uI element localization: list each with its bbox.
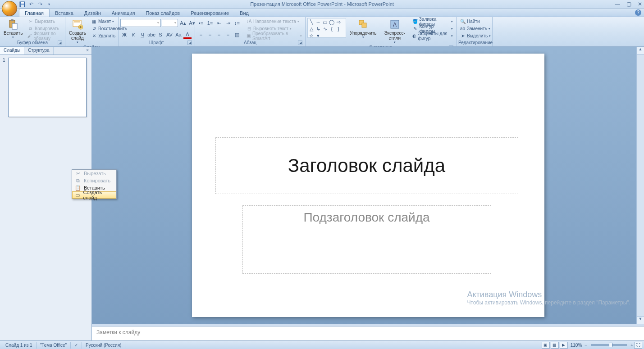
numbering-button[interactable]: 1≡ xyxy=(206,19,214,27)
cut-button[interactable]: ✂Вырезать xyxy=(26,18,63,25)
align-center-button[interactable]: ≡ xyxy=(206,31,214,39)
text-direction-icon: ↕A xyxy=(246,18,252,24)
arrange-button[interactable]: Упорядочить▾ xyxy=(348,18,379,40)
line-spacing-button[interactable]: ↕≡ xyxy=(233,19,241,27)
subtitle-placeholder[interactable]: Подзаголовок слайда xyxy=(242,205,491,274)
shape-brace2-icon[interactable]: } xyxy=(336,26,341,32)
close-button[interactable]: ✕ xyxy=(638,1,642,7)
shape-brace-icon[interactable]: { xyxy=(329,26,334,32)
font-family-select[interactable]: ▾ xyxy=(120,19,161,27)
tab-insert[interactable]: Вставка xyxy=(50,9,79,17)
grow-font-button[interactable]: A▴ xyxy=(179,19,187,27)
tab-review[interactable]: Рецензирование xyxy=(185,9,234,17)
font-color-button[interactable]: A xyxy=(183,31,192,39)
select-icon: ➤ xyxy=(460,33,466,39)
minimize-button[interactable]: — xyxy=(615,1,620,7)
strike-button[interactable]: abc xyxy=(147,31,155,39)
slide-canvas[interactable]: Заголовок слайда Подзаголовок слайда xyxy=(192,54,544,317)
columns-button[interactable]: ▥ xyxy=(233,31,241,39)
ctx-copy[interactable]: ⧉Копировать xyxy=(72,177,116,184)
new-slide-button[interactable]: Создать слайд ▾ xyxy=(67,18,88,45)
shape-arrow-icon[interactable]: → xyxy=(315,19,321,25)
slide-thumbnail-1[interactable]: 1 xyxy=(3,58,89,117)
shape-more-icon[interactable]: ▾ xyxy=(315,33,321,38)
quick-styles-button[interactable]: A Экспресс-стили▾ xyxy=(380,18,409,45)
help-button[interactable]: ? xyxy=(635,9,641,16)
shape-arrowblock-icon[interactable]: ⇨ xyxy=(336,19,341,25)
vertical-scrollbar[interactable]: ▲ ▼ xyxy=(636,47,644,324)
office-button[interactable] xyxy=(2,1,17,16)
view-normal-button[interactable]: ▣ xyxy=(542,342,550,349)
para-launcher[interactable]: ◢ xyxy=(298,41,302,45)
title-placeholder[interactable]: Заголовок слайда xyxy=(215,137,518,194)
zoom-slider[interactable] xyxy=(591,344,627,346)
context-menu: ✂Вырезать ⧉Копировать 📋Вставить ▭Создать… xyxy=(72,169,117,199)
tab-view[interactable]: Вид xyxy=(234,9,254,17)
thumbnail-preview[interactable] xyxy=(8,58,87,117)
panel-tab-outline[interactable]: Структура xyxy=(24,47,53,54)
scroll-up-button[interactable]: ▲ xyxy=(637,47,644,54)
panel-tab-slides[interactable]: Слайды xyxy=(0,47,24,54)
shadow-button[interactable]: S xyxy=(156,31,164,39)
text-direction-button[interactable]: ↕AНаправление текста ▾ xyxy=(245,18,303,25)
find-icon: 🔍 xyxy=(460,18,466,24)
maximize-button[interactable]: ▢ xyxy=(626,1,631,7)
view-slideshow-button[interactable]: ▶ xyxy=(560,342,568,349)
tab-slideshow[interactable]: Показ слайдов xyxy=(140,9,185,17)
shape-line-icon[interactable]: ╲ xyxy=(309,19,314,25)
format-painter-button[interactable]: 🖌Формат по образцу xyxy=(26,32,63,39)
shape-ellipse-icon[interactable]: ◯ xyxy=(329,19,334,25)
redo-icon[interactable]: ↷ xyxy=(37,1,43,7)
bullets-button[interactable]: •≡ xyxy=(197,19,205,27)
status-spellcheck[interactable]: ✓ xyxy=(71,342,82,349)
font-launcher[interactable]: ◢ xyxy=(187,41,192,45)
bold-button[interactable]: Ж xyxy=(120,31,128,39)
underline-button[interactable]: Ч xyxy=(138,31,146,39)
zoom-out-button[interactable]: − xyxy=(585,343,587,348)
undo-icon[interactable]: ↶ xyxy=(28,1,34,7)
clipboard-launcher[interactable]: ◢ xyxy=(58,41,62,45)
justify-button[interactable]: ≡ xyxy=(224,31,232,39)
align-left-button[interactable]: ≡ xyxy=(197,31,205,39)
ctx-new-slide[interactable]: ▭Создать слайд xyxy=(72,191,116,199)
align-right-button[interactable]: ≡ xyxy=(215,31,223,39)
panel-close-button[interactable]: × xyxy=(83,47,91,54)
char-spacing-button[interactable]: AV xyxy=(165,31,174,39)
ribbon-tabs: Главная Вставка Дизайн Анимация Показ сл… xyxy=(0,9,644,17)
quick-access-toolbar: ↶ ↷ ▼ xyxy=(19,0,52,8)
shape-effects-button[interactable]: ◐Эффекты для фигур ▾ xyxy=(411,32,454,39)
tab-design[interactable]: Дизайн xyxy=(79,9,106,17)
zoom-level[interactable]: 110% xyxy=(569,343,584,348)
fit-window-button[interactable]: ⛶ xyxy=(634,342,642,349)
shape-rect-icon[interactable]: ▭ xyxy=(322,19,328,25)
scroll-down-button[interactable]: ▼ xyxy=(637,316,644,324)
font-size-select[interactable]: ▾ xyxy=(162,19,178,27)
ctx-cut[interactable]: ✂Вырезать xyxy=(72,170,116,177)
convert-smartart-button[interactable]: ▣Преобразовать в SmartArt ▾ xyxy=(245,32,303,39)
slide-editor[interactable]: Заголовок слайда Подзаголовок слайда Акт… xyxy=(92,47,644,324)
replace-button[interactable]: abЗаменить ▾ xyxy=(458,25,492,32)
inc-indent-button[interactable]: ⇥ xyxy=(224,19,232,27)
layout-icon: ▦ xyxy=(91,18,97,24)
notes-pane[interactable]: Заметки к слайду xyxy=(92,326,644,340)
tab-home[interactable]: Главная xyxy=(19,9,50,17)
qat-dropdown-icon[interactable]: ▼ xyxy=(46,1,52,7)
shape-curve-icon[interactable]: ∿ xyxy=(322,26,328,32)
zoom-in-button[interactable]: + xyxy=(630,343,633,348)
shapes-gallery[interactable]: ╲ → ▭ ◯ ⇨ △ ↳ ∿ { } ☆ ▾ xyxy=(307,18,346,38)
change-case-button[interactable]: Aa xyxy=(174,31,183,39)
shape-tri-icon[interactable]: △ xyxy=(309,26,314,32)
save-icon[interactable] xyxy=(19,1,25,7)
dec-indent-button[interactable]: ⇤ xyxy=(215,19,223,27)
status-language[interactable]: Русский (Россия) xyxy=(82,342,125,349)
find-button[interactable]: 🔍Найти xyxy=(458,18,492,25)
italic-button[interactable]: К xyxy=(129,31,137,39)
select-button[interactable]: ➤Выделить ▾ xyxy=(458,32,492,39)
paste-button[interactable]: Вставить ▾ xyxy=(2,18,24,40)
tab-animation[interactable]: Анимация xyxy=(106,9,141,17)
shape-star-icon[interactable]: ☆ xyxy=(309,33,314,38)
shape-conn-icon[interactable]: ↳ xyxy=(315,26,321,32)
ribbon: Вставить ▾ ✂Вырезать ⧉Копировать 🖌Формат… xyxy=(0,17,644,47)
view-sorter-button[interactable]: ▦ xyxy=(551,342,559,349)
outline-icon: ✎ xyxy=(412,26,418,32)
